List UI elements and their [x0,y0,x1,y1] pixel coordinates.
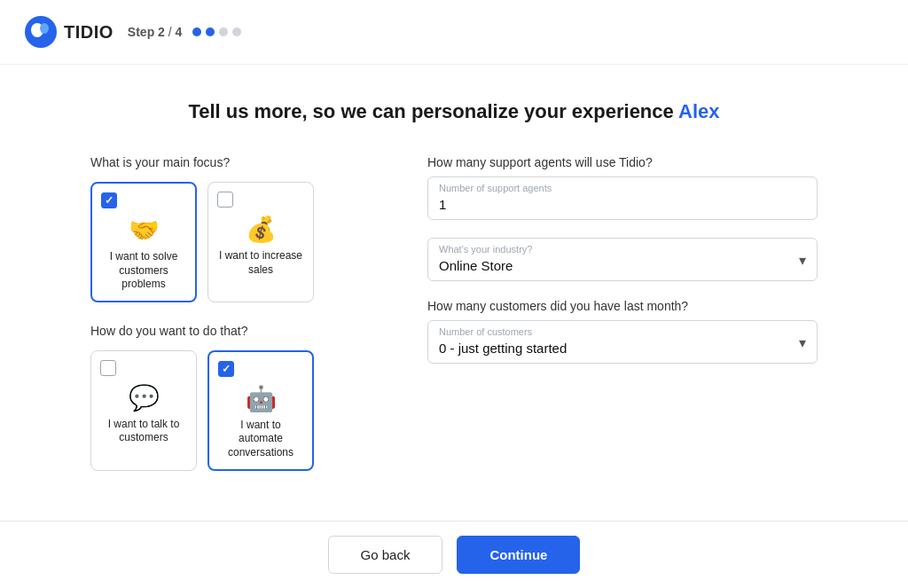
dot-3 [219,27,228,36]
agents-field-wrap: Number of support agents [427,176,818,220]
page-title: Tell us more, so we can personalize your… [188,100,719,123]
check-mark-automate: ✓ [222,364,231,374]
option-card-solve[interactable]: ✓ 🤝 I want to solve customers problems [90,182,197,302]
label-automate: I want to automate conversations [218,419,303,460]
checkbox-automate: ✓ [218,361,234,377]
industry-inner-label: What's your industry? [439,244,532,255]
tidio-logo-icon [25,16,57,48]
focus-card-row: ✓ 🤝 I want to solve customers problems 💰… [90,182,374,302]
agents-field-group: How many support agents will use Tidio? … [427,155,818,220]
step-label: Step 2 / 4 [128,25,183,39]
go-back-button[interactable]: Go back [328,536,443,574]
agents-inner-label: Number of support agents [439,183,552,193]
label-talk: I want to talk to customers [100,418,187,445]
how-card-row: 💬 I want to talk to customers ✓ 🤖 I want… [90,350,374,471]
emoji-sales: 💰 [217,215,304,244]
title-text: Tell us more, so we can personalize your… [188,100,673,122]
focus-section-label: What is your main focus? [90,155,374,169]
step-dots [192,27,241,36]
continue-button[interactable]: Continue [457,536,580,574]
logo: TIDIO [25,16,114,48]
option-card-sales[interactable]: 💰 I want to increase sales [207,182,314,302]
label-sales: I want to increase sales [217,249,304,277]
emoji-automate: 🤖 [218,384,303,413]
customers-inner-label: Number of customers [439,326,532,337]
header: TIDIO Step 2 / 4 [0,0,908,65]
emoji-solve: 🤝 [101,216,186,245]
logo-text: TIDIO [64,22,114,43]
check-mark-solve: ✓ [105,195,114,206]
main-content: Tell us more, so we can personalize your… [0,65,908,521]
industry-field-wrap: What's your industry? Online Store E-com… [427,238,818,281]
label-solve: I want to solve customers problems [101,250,186,292]
checkbox-sales [217,192,233,208]
customers-label: How many customers did you have last mon… [427,299,818,313]
option-card-talk[interactable]: 💬 I want to talk to customers [90,350,197,471]
emoji-talk: 💬 [100,383,187,412]
title-name: Alex [678,100,719,122]
right-column: How many support agents will use Tidio? … [427,155,818,492]
how-section-label: How do you want to do that? [90,324,374,338]
dot-1 [192,27,201,36]
dot-4 [232,27,241,36]
checkbox-talk [100,360,116,376]
customers-field-group: How many customers did you have last mon… [427,299,818,364]
customers-field-wrap: Number of customers 0 - just getting sta… [427,320,818,364]
left-column: What is your main focus? ✓ 🤝 I want to s… [90,155,374,492]
svg-point-2 [40,23,49,34]
option-card-automate[interactable]: ✓ 🤖 I want to automate conversations [207,350,314,471]
checkbox-solve: ✓ [101,192,117,208]
industry-field-group: What's your industry? Online Store E-com… [427,238,818,281]
footer: Go back Continue [0,521,908,588]
two-col-layout: What is your main focus? ✓ 🤝 I want to s… [90,155,818,492]
dot-2 [206,27,215,36]
step-indicator: Step 2 / 4 [128,25,242,39]
agents-label: How many support agents will use Tidio? [427,155,818,169]
